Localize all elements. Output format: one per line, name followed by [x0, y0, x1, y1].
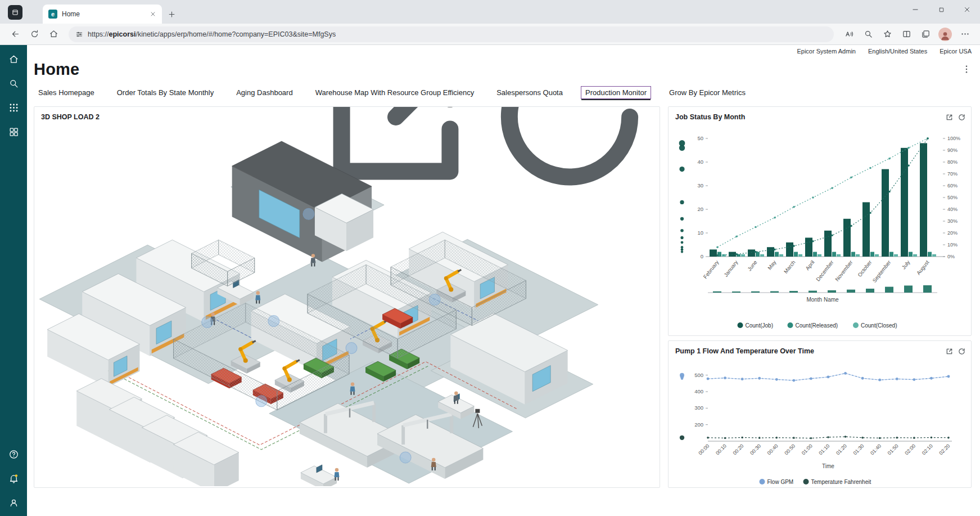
sidebar-account-button[interactable]: [8, 497, 19, 508]
dashboard-tab-salespersons-quota[interactable]: Salespersons Quota: [492, 86, 567, 99]
maximize-button[interactable]: [928, 0, 954, 19]
refresh-icon[interactable]: [958, 114, 965, 121]
svg-text:200: 200: [694, 421, 703, 428]
svg-text:50%: 50%: [947, 195, 958, 200]
svg-text:100%: 100%: [947, 136, 960, 141]
svg-text:01:50: 01:50: [887, 443, 900, 456]
tab-close-icon[interactable]: [150, 11, 156, 17]
svg-text:March: March: [783, 259, 797, 275]
svg-text:Count(Job): Count(Job): [746, 322, 773, 329]
session-strip: Epicor System Admin English/United State…: [34, 45, 972, 56]
svg-text:01:20: 01:20: [835, 443, 848, 456]
svg-text:30: 30: [697, 182, 703, 189]
profile-avatar-icon: [940, 30, 951, 41]
svg-text:00:10: 00:10: [715, 443, 728, 456]
svg-text:June: June: [746, 259, 758, 272]
svg-text:40: 40: [697, 159, 703, 165]
refresh-icon[interactable]: [958, 348, 965, 355]
help-icon: [8, 449, 19, 460]
address-bar[interactable]: https://epicorsi/kinetic/apps/erp/home/#…: [69, 26, 834, 42]
account-icon: [8, 497, 19, 508]
svg-text:September: September: [871, 259, 892, 283]
url-domain: epicorsi: [109, 30, 136, 38]
sidebar-notifications-button[interactable]: [8, 473, 19, 484]
svg-text:02:00: 02:00: [904, 443, 916, 456]
svg-text:00:30: 00:30: [749, 443, 762, 456]
refresh-icon[interactable]: [485, 106, 654, 201]
page-overflow-menu[interactable]: [961, 64, 972, 74]
svg-text:August: August: [915, 259, 931, 276]
back-button[interactable]: [7, 26, 24, 43]
tab-actions-button[interactable]: [8, 5, 22, 20]
sidebar-apps-button[interactable]: [8, 102, 19, 113]
minimize-button[interactable]: [902, 0, 928, 19]
apps-grid-icon: [8, 102, 19, 113]
kebab-icon: [961, 64, 972, 74]
job-panel-title: Job Status By Month: [675, 113, 745, 121]
window-controls: [902, 0, 980, 19]
sidebar-help-button[interactable]: [8, 449, 19, 460]
browser-settings-button[interactable]: [956, 26, 973, 43]
dashboard-tab-sales-homepage[interactable]: Sales Homepage: [34, 86, 99, 99]
sidebar-home-button[interactable]: [8, 54, 19, 65]
epicor-favicon: e: [48, 10, 57, 19]
svg-text:400: 400: [694, 388, 703, 394]
job-status-chart: 010203040500%10%20%30%40%50%60%70%80%90%…: [669, 123, 971, 335]
job-status-panel: Job Status By Month 010203040500%10%20%3…: [668, 106, 972, 336]
shop-load-panel: 3D SHOP LOAD 2: [34, 106, 660, 488]
svg-text:10: 10: [697, 230, 703, 236]
svg-text:60%: 60%: [947, 183, 958, 189]
refresh-button[interactable]: [26, 26, 43, 43]
svg-text:00:00: 00:00: [697, 443, 710, 456]
svg-text:July: July: [900, 259, 911, 270]
dashboard-tab-grow-by-epicor-metrics[interactable]: Grow By Epicor Metrics: [665, 86, 750, 99]
new-tab-button[interactable]: [168, 10, 176, 19]
profile-button[interactable]: [938, 28, 952, 41]
split-screen-icon: [902, 29, 911, 39]
svg-text:300: 300: [694, 405, 703, 411]
expand-icon[interactable]: [946, 114, 953, 121]
svg-text:Flow GPM: Flow GPM: [767, 479, 794, 485]
svg-text:40%: 40%: [947, 207, 958, 212]
read-aloud-button[interactable]: [841, 26, 857, 43]
session-company[interactable]: Epicor USA: [940, 48, 972, 56]
favorites-button[interactable]: [879, 26, 896, 43]
home-button[interactable]: [45, 26, 62, 43]
svg-text:00:20: 00:20: [732, 443, 745, 456]
browser-tab[interactable]: e Home: [43, 5, 162, 24]
favorites-star-icon: [883, 29, 892, 39]
svg-text:01:40: 01:40: [869, 443, 882, 456]
search-icon: [8, 78, 19, 89]
expand-icon[interactable]: [946, 348, 953, 355]
browser-tab-title: Home: [62, 10, 145, 18]
svg-text:01:30: 01:30: [852, 443, 865, 456]
dashboard-tab-warehouse-map-with-resource-group-efficiency[interactable]: Warehouse Map With Resource Group Effici…: [311, 86, 479, 99]
split-screen-button[interactable]: [898, 26, 915, 43]
pump-panel: Pump 1 Flow And Temperature Over Time 20…: [668, 340, 972, 488]
session-user[interactable]: Epicor System Admin: [797, 48, 856, 56]
browser-tab-strip: e Home: [0, 0, 980, 24]
dashboard-tab-production-monitor[interactable]: Production Monitor: [581, 86, 651, 99]
app-sidebar: [0, 45, 27, 516]
dashboards-tiles-icon: [8, 127, 19, 137]
svg-text:February: February: [702, 259, 720, 280]
svg-text:January: January: [722, 259, 739, 278]
svg-text:April: April: [804, 259, 815, 271]
url-text[interactable]: https://epicorsi/kinetic/apps/erp/home/#…: [88, 30, 336, 38]
dashboard-tab-order-totals-by-state-monthly[interactable]: Order Totals By State Monthly: [112, 86, 218, 99]
zoom-button[interactable]: [860, 26, 877, 43]
session-locale[interactable]: English/United States: [868, 48, 927, 56]
sidebar-dashboards-button[interactable]: [8, 127, 19, 137]
svg-text:00:50: 00:50: [783, 443, 796, 456]
site-permissions-icon[interactable]: [75, 30, 83, 38]
dashboard-tab-aging-dashboard[interactable]: Aging Dashboard: [232, 86, 297, 99]
svg-text:30%: 30%: [947, 218, 958, 224]
bell-icon: [8, 473, 19, 484]
home-icon: [49, 29, 58, 39]
collections-button[interactable]: [917, 26, 934, 43]
sidebar-search-button[interactable]: [8, 78, 19, 89]
close-button[interactable]: [954, 0, 980, 19]
svg-text:01:00: 01:00: [801, 443, 814, 456]
collections-icon: [921, 29, 931, 39]
svg-text:November: November: [834, 259, 854, 282]
